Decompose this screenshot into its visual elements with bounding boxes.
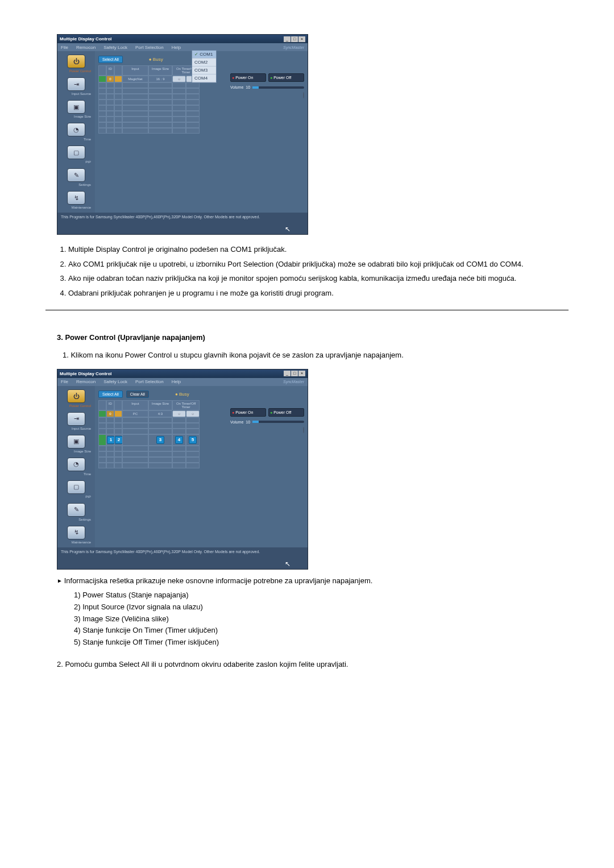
port-option-com3[interactable]: COM3 bbox=[192, 67, 216, 74]
sidebar-item-power-control[interactable]: ⏻ Power Control bbox=[60, 389, 92, 408]
row-power-status bbox=[114, 410, 122, 417]
volume-slider[interactable] bbox=[252, 421, 304, 423]
time-icon: ◔ bbox=[67, 123, 85, 136]
window-title: Multiple Display Control bbox=[60, 371, 112, 376]
pip-icon: ▢ bbox=[67, 480, 85, 494]
maximize-button[interactable]: □ bbox=[291, 36, 298, 42]
row-size: 16 : 9 bbox=[148, 76, 172, 82]
row-input: PC bbox=[122, 410, 148, 417]
menubar: File Remocon Safety Lock Port Selection … bbox=[57, 43, 308, 51]
time-icon: ◔ bbox=[67, 458, 85, 471]
volume-value: 10 bbox=[246, 420, 250, 424]
sidebar-item-pip[interactable]: ▢ PIP bbox=[60, 480, 92, 499]
power-off-button[interactable]: ● Power Off bbox=[268, 408, 304, 417]
menu-safety-lock[interactable]: Safety Lock bbox=[101, 379, 130, 384]
pip-icon: ▢ bbox=[67, 146, 85, 159]
image-size-icon: ▣ bbox=[67, 435, 85, 448]
list-item: 1) Power Status (Stanje napajanja) bbox=[74, 589, 569, 601]
badge-4: 4 bbox=[175, 436, 183, 444]
menu-port-selection[interactable]: Port Selection bbox=[133, 45, 166, 50]
select-all-button[interactable]: Select All bbox=[98, 391, 123, 398]
select-all-button[interactable]: Select All bbox=[98, 56, 123, 63]
col-check bbox=[98, 65, 106, 76]
list-item: Ako nije odabran točan naziv priključka … bbox=[68, 273, 569, 284]
busy-indicator: Busy bbox=[175, 392, 189, 397]
titlebar: Multiple Display Control _ □ × bbox=[57, 35, 308, 43]
page-root: Multiple Display Control _ □ × File Remo… bbox=[0, 0, 614, 712]
closing-note: 2. Pomoću gumba Select All ili u potvrdn… bbox=[57, 659, 569, 670]
list-item: Ako COM1 priključak nije u upotrebi, u i… bbox=[68, 259, 569, 270]
input-icon: ⇥ bbox=[67, 412, 85, 426]
sidebar-item-maintenance[interactable]: ↯ Maintenance bbox=[60, 526, 92, 544]
volume-control[interactable]: Volume 10 bbox=[230, 85, 304, 89]
port-selection-dropdown[interactable]: COM1 COM2 COM3 COM4 bbox=[192, 50, 217, 83]
clear-all-button[interactable]: Clear All bbox=[126, 391, 149, 398]
sidebar-item-settings[interactable]: ✎ Settings bbox=[60, 168, 92, 186]
sidebar-item-power-control[interactable]: ⏻ Power Control bbox=[60, 55, 92, 73]
volume-slider[interactable] bbox=[252, 86, 304, 89]
volume-control[interactable]: Volume 10 bbox=[230, 420, 304, 424]
power-off-button[interactable]: ● Power Off bbox=[268, 73, 304, 82]
sidebar-item-input-source[interactable]: ⇥ Input Source bbox=[60, 412, 92, 430]
power-on-button[interactable]: ● Power On bbox=[230, 408, 266, 417]
maintenance-icon: ↯ bbox=[67, 526, 85, 539]
row-id: 0 bbox=[106, 76, 114, 82]
brand-logo: SyncMaster bbox=[281, 380, 306, 384]
port-option-com2[interactable]: COM2 bbox=[192, 59, 216, 67]
sidebar: ⏻ Power Control ⇥ Input Source ▣ Image S… bbox=[57, 386, 95, 547]
sidebar-item-image-size[interactable]: ▣ Image Size bbox=[60, 100, 92, 118]
display-grid: ID Input Image Size On Timer/Off Timer 0… bbox=[98, 65, 227, 210]
sidebar-item-input-source[interactable]: ⇥ Input Source bbox=[60, 77, 92, 95]
close-button[interactable]: × bbox=[298, 371, 305, 376]
port-option-com4[interactable]: COM4 bbox=[192, 74, 216, 82]
sidebar-item-time[interactable]: ◔ Time bbox=[60, 458, 92, 476]
close-button[interactable]: × bbox=[298, 36, 305, 42]
menu-port-selection[interactable]: Port Selection bbox=[133, 379, 166, 384]
window-buttons: _ □ × bbox=[284, 371, 305, 376]
menu-file[interactable]: File bbox=[59, 45, 70, 50]
right-panel: ● Power On ● Power Off Volume 10 bbox=[230, 65, 304, 210]
menu-file[interactable]: File bbox=[59, 379, 70, 384]
list-item: 2) Input Source (Izvor signala na ulazu) bbox=[74, 601, 569, 613]
row-id: 0 bbox=[106, 410, 114, 417]
list-item: 3) Image Size (Veličina slike) bbox=[74, 613, 569, 625]
power-icon: ⏻ bbox=[67, 389, 85, 403]
port-selection-notes: Multiple Display Control je originalno p… bbox=[57, 244, 569, 298]
sidebar-item-image-size[interactable]: ▣ Image Size bbox=[60, 435, 92, 453]
maximize-button[interactable]: □ bbox=[291, 371, 298, 376]
menu-help[interactable]: Help bbox=[169, 45, 183, 50]
grid-header: ID Input Image Size On Timer/Off Timer bbox=[98, 400, 227, 410]
row-checkbox[interactable] bbox=[98, 76, 106, 82]
row-on-timer: ○ bbox=[172, 76, 186, 82]
sidebar-item-time[interactable]: ◔ Time bbox=[60, 123, 92, 141]
row-input: MagicNet bbox=[122, 76, 148, 82]
list-item: 5) Stanje funkcije Off Timer (Timer iskl… bbox=[74, 637, 569, 649]
sidebar-item-maintenance[interactable]: ↯ Maintenance bbox=[60, 191, 92, 209]
section-divider bbox=[45, 310, 569, 310]
minimize-button[interactable]: _ bbox=[284, 371, 291, 376]
sidebar-item-pip[interactable]: ▢ PIP bbox=[60, 146, 92, 164]
brand-logo: SyncMaster bbox=[281, 45, 306, 49]
info-bullet: Informacijska rešetka prikazuje neke osn… bbox=[57, 575, 569, 587]
grid-row[interactable]: 0 PC 4:3 ○ ○ bbox=[98, 410, 227, 417]
menu-help[interactable]: Help bbox=[169, 379, 183, 384]
list-item: 4) Stanje funkcije On Timer (Timer uklju… bbox=[74, 625, 569, 637]
menu-remocon[interactable]: Remocon bbox=[74, 45, 98, 50]
menubar: File Remocon Safety Lock Port Selection … bbox=[57, 378, 308, 386]
volume-knob-icon[interactable] bbox=[303, 427, 304, 433]
volume-value: 10 bbox=[246, 85, 250, 89]
window-buttons: _ □ × bbox=[284, 36, 305, 42]
menu-remocon[interactable]: Remocon bbox=[74, 379, 98, 384]
power-on-button[interactable]: ● Power On bbox=[230, 73, 266, 82]
menu-safety-lock[interactable]: Safety Lock bbox=[101, 45, 130, 50]
power-icon: ⏻ bbox=[67, 55, 85, 68]
cursor-icon: ↖ bbox=[285, 225, 291, 233]
minimize-button[interactable]: _ bbox=[284, 36, 291, 42]
list-item: Odabrani priključak pohranjen je u progr… bbox=[68, 288, 569, 299]
volume-knob-icon[interactable] bbox=[303, 92, 304, 98]
status-footer: This Program is for Samsung SyncMaster 4… bbox=[57, 213, 308, 234]
port-option-com1[interactable]: COM1 bbox=[192, 51, 216, 59]
sidebar-item-settings[interactable]: ✎ Settings bbox=[60, 503, 92, 521]
row-checkbox[interactable] bbox=[98, 410, 106, 417]
cursor-icon: ↖ bbox=[285, 560, 291, 568]
